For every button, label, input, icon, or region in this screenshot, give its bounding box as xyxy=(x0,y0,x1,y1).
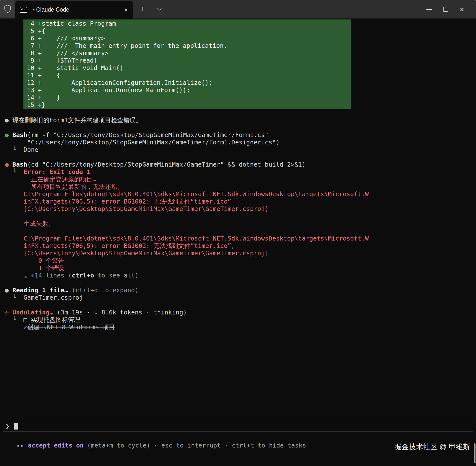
task-item-pending: └ □ 实现托盘图标管理 xyxy=(0,316,476,324)
error-output: inFX.targets(706,5): error BG1002: 无法找到文… xyxy=(0,198,476,205)
close-icon: × xyxy=(460,5,464,14)
assistant-message: ● 现在删除旧的Form1文件并构建项目检查错误。 xyxy=(0,117,476,124)
error-output: C:\Program Files\dotnet\sdk\8.0.401\Sdks… xyxy=(0,190,476,198)
error-output: 1 个错误 xyxy=(0,264,476,272)
shield-icon xyxy=(4,4,12,13)
bash-command-rm: ● Bash(rm -f "C:/Users/tony/Desktop/Stop… xyxy=(0,131,476,139)
reading-file: └ GameTimer.csproj xyxy=(0,294,476,301)
text-cursor xyxy=(14,423,18,430)
maximize-button[interactable] xyxy=(438,0,454,18)
error-output: 生成失败。 xyxy=(0,220,476,227)
tab-title: • Claude Code xyxy=(33,6,122,13)
blank-line xyxy=(0,109,476,117)
spinner-status: ✢ Undulating… (3m 19s · ↓ 8.6k tokens · … xyxy=(0,309,476,316)
mode-label: accept edits on xyxy=(28,442,84,449)
blank-line xyxy=(0,154,476,161)
caption-buttons: × xyxy=(421,0,476,18)
terminal-icon: C:\_ xyxy=(20,7,27,13)
bash-command-rm-continued: "C:/Users/tony/Desktop/StopGameMiniMax/G… xyxy=(0,139,476,146)
watermark: 掘金技术社区 @ 甲维斯 xyxy=(394,442,470,452)
bash-command-build: ● Bash(cd "C:/Users/tony/Desktop/StopGam… xyxy=(0,161,476,168)
truncation-hint: … +14 lines (ctrl+o to see all) xyxy=(0,272,476,279)
terminal-output: ● 现在删除旧的Form1文件并构建项目检查错误。● Bash(rm -f "C… xyxy=(0,109,476,331)
blank-line xyxy=(0,227,476,235)
shortcut-hints: (meta+m to cycle) · esc to interrupt · c… xyxy=(87,442,306,449)
diff-line: 6 + /// <summary> xyxy=(27,35,351,42)
titlebar: C:\_ • Claude Code × + × xyxy=(0,0,476,18)
blank-line xyxy=(0,301,476,309)
close-button[interactable]: × xyxy=(454,0,470,18)
prompt-chevron-icon: ❯ xyxy=(6,423,9,430)
bash-result-error: └ Error: Exit code 1 xyxy=(0,168,476,176)
blank-line xyxy=(0,124,476,131)
blank-line xyxy=(0,279,476,287)
error-output: 正在确定要还原的项目… xyxy=(0,176,476,183)
error-output: [C:\Users\tony\Desktop\StopGameMiniMax\G… xyxy=(0,205,476,213)
new-tab-button[interactable]: + xyxy=(133,0,151,18)
blank-line xyxy=(0,213,476,220)
maximize-icon xyxy=(443,7,448,12)
scrollbar-thumb[interactable] xyxy=(474,443,476,463)
diff-line: 15 +} xyxy=(27,101,351,109)
bash-result-done: └ Done xyxy=(0,146,476,154)
code-diff-block: 4 +static class Program5 +{6 + /// <summ… xyxy=(23,19,351,109)
admin-shield-button xyxy=(0,0,15,17)
diff-line: 8 + /// </summary> xyxy=(27,50,351,57)
diff-line: 14 + } xyxy=(27,94,351,101)
diff-line: 13 + Application.Run(new MainForm()); xyxy=(27,86,351,94)
diff-line: 9 + [STAThread] xyxy=(27,57,351,64)
minimize-button[interactable] xyxy=(421,0,438,18)
error-output: 所有项目均是最新的，无法还原。 xyxy=(0,183,476,190)
chevron-down-icon xyxy=(157,8,163,11)
diff-line: 5 +{ xyxy=(27,27,351,35)
diff-line: 4 +static class Program xyxy=(27,20,351,27)
error-output: inFX.targets(706,5): error BG1002: 无法找到文… xyxy=(0,242,476,250)
error-output: C:\Program Files\dotnet\sdk\8.0.401\Sdks… xyxy=(0,235,476,242)
tab-close-icon[interactable]: × xyxy=(122,6,129,14)
reading-status: ● Reading 1 file… (ctrl+o to expand) xyxy=(0,287,476,294)
terminal-content: 4 +static class Program5 +{6 + /// <summ… xyxy=(0,19,476,466)
error-output: [C:\Users\tony\Desktop\StopGameMiniMax\G… xyxy=(0,250,476,257)
task-item-done: ✔创建 .NET 8 WinForms 项目 xyxy=(0,324,476,331)
status-bar: ▸▸ accept edits on (meta+m to cycle) · e… xyxy=(0,440,476,451)
minimize-icon xyxy=(426,9,432,10)
accept-edits-mode-toggle[interactable]: ▸▸ accept edits on xyxy=(17,442,84,449)
play-icons: ▸▸ xyxy=(17,442,24,449)
error-output: 0 个警告 xyxy=(0,257,476,264)
diff-line: 7 + /// The main entry point for the app… xyxy=(27,42,351,50)
tab-claude-code[interactable]: C:\_ • Claude Code × xyxy=(15,1,133,18)
tab-dropdown-button[interactable] xyxy=(151,0,168,18)
diff-line: 12 + ApplicationConfiguration.Initialize… xyxy=(27,79,351,86)
diff-line: 11 + { xyxy=(27,72,351,79)
diff-line: 10 + static void Main() xyxy=(27,64,351,72)
terminal-window: C:\_ • Claude Code × + × 4 +static class… xyxy=(0,0,476,466)
prompt-input[interactable]: ❯ xyxy=(2,421,474,431)
